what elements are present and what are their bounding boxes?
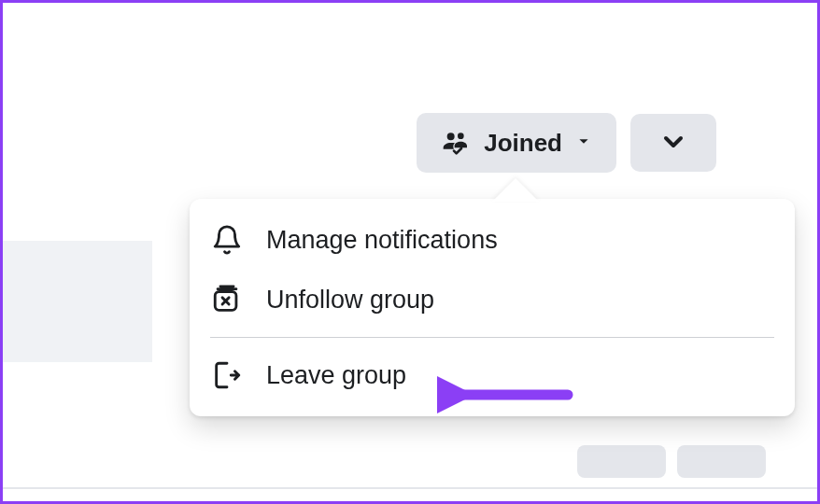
unfollow-icon: [210, 283, 244, 316]
obscured-button: [677, 445, 766, 478]
sidebar-fragment: [3, 241, 152, 362]
chevron-down-icon: [658, 127, 688, 160]
joined-button[interactable]: Joined: [417, 113, 616, 173]
leave-icon: [210, 358, 244, 392]
bell-icon: [210, 223, 244, 257]
group-joined-icon: [439, 126, 473, 160]
menu-label: Leave group: [266, 361, 406, 390]
more-actions-button[interactable]: [630, 114, 716, 172]
menu-item-manage-notifications[interactable]: Manage notifications: [197, 210, 787, 270]
menu-divider: [210, 337, 774, 338]
menu-label: Unfollow group: [266, 286, 434, 315]
menu-label: Manage notifications: [266, 226, 498, 255]
joined-dropdown-menu: Manage notifications Unfollow group Leav…: [190, 199, 795, 416]
bottom-divider: [3, 487, 817, 489]
joined-label: Joined: [484, 129, 562, 158]
obscured-buttons: [577, 445, 766, 478]
obscured-button: [577, 445, 666, 478]
menu-item-unfollow-group[interactable]: Unfollow group: [197, 270, 787, 329]
dropdown-caret: [492, 178, 539, 202]
caret-down-icon: [573, 129, 594, 158]
group-action-buttons: Joined: [417, 113, 716, 173]
menu-item-leave-group[interactable]: Leave group: [197, 345, 787, 405]
